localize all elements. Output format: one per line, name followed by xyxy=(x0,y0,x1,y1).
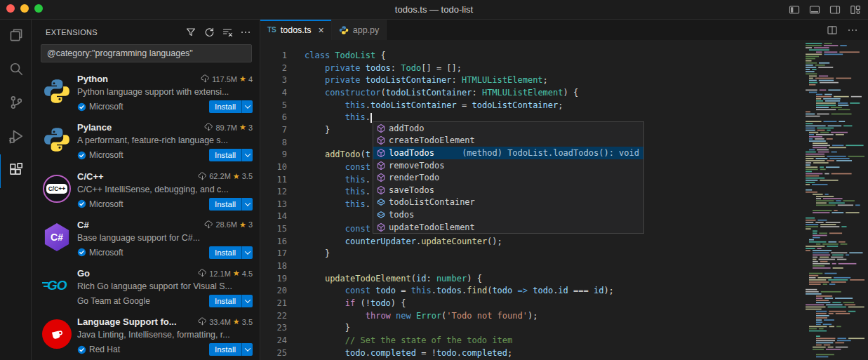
filter-icon[interactable] xyxy=(185,26,196,38)
more-icon[interactable] xyxy=(846,24,858,36)
field-icon xyxy=(375,209,387,220)
install-button[interactable]: Install xyxy=(209,149,253,161)
python-icon xyxy=(339,25,349,35)
activity-item-extensions[interactable] xyxy=(0,154,31,188)
extension-name-row: Go12.1M★4.5 xyxy=(77,267,253,279)
line-number: 11 xyxy=(260,174,287,187)
suggest-item-rendertodo[interactable]: renderTodo xyxy=(373,171,643,184)
install-button-label[interactable]: Install xyxy=(209,198,241,211)
code-line: 21 if (!todo) { xyxy=(260,298,868,310)
install-button[interactable]: Install xyxy=(209,198,253,211)
suggest-item-savetodos[interactable]: saveTodos xyxy=(373,184,643,196)
main-area: EXTENSIONS Python117.5M★4Python language… xyxy=(0,20,868,360)
extension-item-cpp[interactable]: C/C++C/C++62.2M★3.5C/C++ IntelliSense, d… xyxy=(32,166,260,214)
extension-item-python[interactable]: Python117.5M★4Python language support wi… xyxy=(32,68,260,116)
layout-panel-icon[interactable] xyxy=(808,4,820,15)
install-dropdown-button[interactable] xyxy=(241,198,253,211)
layout-sidebar-left-icon[interactable] xyxy=(788,4,800,15)
extension-footer: Go Team at GoogleInstall xyxy=(77,295,253,307)
code-line: 4 constructor(todoListContainer: HTMLULi… xyxy=(260,87,868,100)
download-count: 33.4M xyxy=(209,318,231,326)
titlebar-layout-icons xyxy=(788,0,861,19)
code-line: 17 } xyxy=(260,248,868,260)
layout-sidebar-right-icon[interactable] xyxy=(829,4,841,15)
line-content: addTodo(t xyxy=(305,149,370,161)
code-editor[interactable]: 1class TodoList {2 private todos: Todo[]… xyxy=(260,40,868,360)
suggest-label: todos xyxy=(389,210,414,220)
extension-description: Python language support with extensi... xyxy=(77,87,253,98)
editor-group: TStodos.ts×app.py 1class TodoList {2 pri… xyxy=(260,20,868,360)
code-line: 25 todo.completed = !todo.completed; xyxy=(260,347,868,360)
line-content: class TodoList { xyxy=(305,50,386,62)
activity-item-explorer[interactable] xyxy=(0,20,31,53)
rating-value: 3.5 xyxy=(242,318,253,326)
suggest-item-removetodos[interactable]: removeTodos xyxy=(373,159,643,172)
extension-details: Python117.5M★4Python language support wi… xyxy=(77,73,253,113)
tab-close-button[interactable]: × xyxy=(319,25,324,36)
install-dropdown-button[interactable] xyxy=(241,100,253,113)
activity-item-run-debug[interactable] xyxy=(0,121,31,154)
star-icon: ★ xyxy=(233,173,240,180)
extension-item-go[interactable]: GOGo12.1M★4.5Rich Go language support fo… xyxy=(32,262,260,311)
split-editor-icon[interactable] xyxy=(826,24,838,36)
publisher-name: Microsoft xyxy=(89,150,123,160)
install-dropdown-button[interactable] xyxy=(241,343,253,356)
install-button-label[interactable]: Install xyxy=(209,246,241,259)
line-content: counterUpdater.updateCounter(); xyxy=(305,236,502,248)
tab-todos-ts[interactable]: TStodos.ts× xyxy=(260,20,332,40)
install-dropdown-button[interactable] xyxy=(241,246,253,259)
tab-label: app.py xyxy=(353,25,380,35)
layout-customize-icon[interactable] xyxy=(849,4,861,15)
python-logo xyxy=(42,76,72,106)
extension-stats: 33.4M★3.5 xyxy=(194,317,253,326)
extension-stats: 89.7M★3 xyxy=(200,123,253,132)
suggest-item-createtodoelement[interactable]: createTodoElement xyxy=(373,135,643,147)
code-line: 3 private todoListContainer: HTMLUListEl… xyxy=(260,74,868,87)
suggest-item-loadtodos[interactable]: loadTodos(method) TodoList.loadTodos(): … xyxy=(373,147,643,159)
method-icon xyxy=(375,185,387,196)
suggest-item-updatetodoelement[interactable]: updateTodoElement xyxy=(373,221,643,234)
extensions-search-input[interactable] xyxy=(41,44,252,62)
suggest-item-todolistcontainer[interactable]: todoListContainer xyxy=(373,196,643,209)
install-button[interactable]: Install xyxy=(209,100,253,113)
refresh-icon[interactable] xyxy=(203,26,215,38)
install-button[interactable]: Install xyxy=(209,295,253,307)
line-number: 23 xyxy=(260,322,287,335)
install-button-label[interactable]: Install xyxy=(209,295,241,307)
extension-description: A performant, feature-rich language s... xyxy=(77,135,253,147)
install-button-label[interactable]: Install xyxy=(209,149,241,161)
tab-app-py[interactable]: app.py xyxy=(332,20,387,40)
install-dropdown-button[interactable] xyxy=(241,295,253,307)
extension-publisher: Go Team at Google xyxy=(77,296,150,306)
install-button-label[interactable]: Install xyxy=(209,343,241,356)
minimap[interactable] xyxy=(804,40,868,360)
extension-item-csharp[interactable]: C#C#28.6M★3Base language support for C#.… xyxy=(32,214,260,262)
publisher-name: Microsoft xyxy=(89,199,123,209)
line-content: private todoListContainer: HTMLUListElem… xyxy=(305,74,548,87)
more-icon[interactable] xyxy=(239,26,251,38)
suggest-item-addtodo[interactable]: addTodo xyxy=(373,122,643,135)
install-button-label[interactable]: Install xyxy=(209,100,241,113)
line-content: } xyxy=(305,248,330,260)
install-dropdown-button[interactable] xyxy=(241,149,253,161)
install-button[interactable]: Install xyxy=(209,246,253,259)
extension-publisher: Microsoft xyxy=(77,102,123,112)
chevron-down-icon xyxy=(244,298,250,303)
line-content: throw new Error('Todo not found'); xyxy=(305,310,538,323)
extension-footer: MicrosoftInstall xyxy=(77,246,253,259)
suggest-item-todos[interactable]: todos xyxy=(373,208,643,221)
install-button[interactable]: Install xyxy=(209,343,253,356)
activity-item-source-control[interactable] xyxy=(0,87,31,121)
activity-item-search[interactable] xyxy=(0,53,31,87)
clear-icon[interactable] xyxy=(221,26,233,38)
extension-name: Python xyxy=(77,74,108,84)
verified-icon xyxy=(77,345,86,354)
go-logo: GO xyxy=(42,271,72,300)
chevron-down-icon xyxy=(244,152,250,157)
extension-item-java[interactable]: Language Support fo...33.4M★3.5Java Lint… xyxy=(32,311,260,359)
extension-item-pylance[interactable]: Pylance89.7M★3A performant, feature-rich… xyxy=(32,116,260,165)
chevron-down-icon xyxy=(244,248,250,254)
downloads-icon xyxy=(198,317,207,326)
line-number: 22 xyxy=(260,310,287,323)
extension-description: C/C++ IntelliSense, debugging, and c... xyxy=(77,185,253,196)
